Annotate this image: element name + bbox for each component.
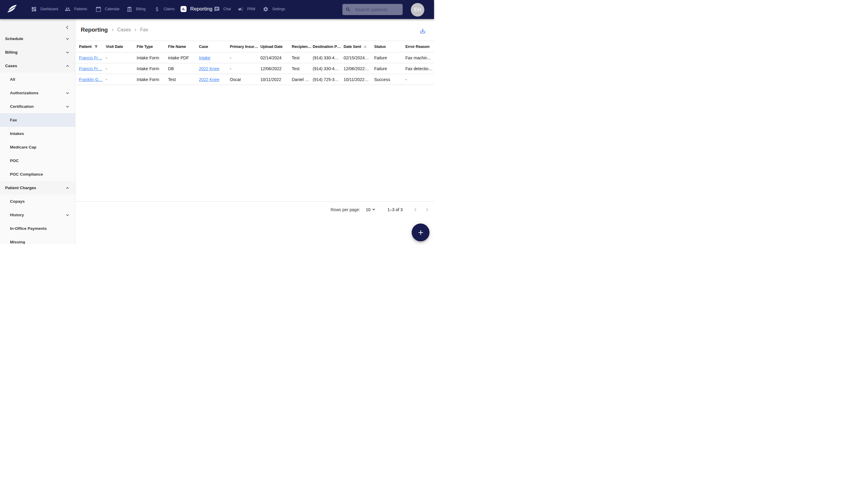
sidebar-group-patient-charges: Copays History In-Office Payments Missin… <box>0 195 75 244</box>
cell-destination: (914) 330-4… <box>313 53 344 63</box>
cell-primary-insurance: - <box>230 63 261 74</box>
cell-destination: (914) 330-4… <box>313 63 344 74</box>
sidebar-collapse-button[interactable] <box>64 24 71 31</box>
sidebar-collapse-row <box>0 19 75 32</box>
column-header-date-sent[interactable]: Date Sent <box>344 41 374 53</box>
dropdown-caret-icon <box>372 208 375 211</box>
sidebar-item-cases[interactable]: Cases <box>0 59 75 73</box>
sidebar-item-label: Intakes <box>0 131 24 136</box>
nav-item-claims[interactable]: Claims <box>154 0 175 18</box>
chevron-right-icon <box>424 206 431 213</box>
sidebar-item-in-office-payments[interactable]: In-Office Payments <box>0 222 75 235</box>
next-page-button[interactable] <box>424 206 431 213</box>
column-header-patient[interactable]: Patient <box>79 41 106 53</box>
nav-item-billing[interactable]: Billing <box>127 0 146 18</box>
nav-item-reporting[interactable]: Reporting <box>181 0 213 18</box>
nav-item-patients[interactable]: Patients <box>65 0 87 18</box>
nav-item-dashboard[interactable]: Dashboard <box>31 0 58 18</box>
cell-case: 2022 Knee <box>199 74 230 85</box>
download-button[interactable] <box>420 28 426 34</box>
nav-item-label: Settings <box>272 7 285 11</box>
patient-link[interactable]: Francis Fr… <box>79 56 102 60</box>
case-link[interactable]: 2022 Knee <box>199 77 219 82</box>
cell-recipient: Daniel … <box>292 74 313 85</box>
app-logo-icon <box>7 4 17 13</box>
sidebar-item-poc[interactable]: POC <box>0 154 75 167</box>
column-header-visit-date[interactable]: Visit Date <box>106 41 137 53</box>
column-header-error-reason[interactable]: Error Reason <box>405 41 434 53</box>
rows-per-page-value: 10 <box>366 207 371 212</box>
search-input[interactable] <box>355 7 400 12</box>
patient-link[interactable]: Francis Fr… <box>79 66 102 71</box>
filter-icon[interactable] <box>94 44 98 49</box>
sidebar-item-certification[interactable]: Certification <box>0 100 75 113</box>
column-header-file-name[interactable]: File Name <box>168 41 199 53</box>
column-header-file-type[interactable]: File Type <box>137 41 168 53</box>
sidebar-item-intakes[interactable]: Intakes <box>0 127 75 140</box>
billing-icon <box>127 6 132 12</box>
reporting-icon <box>181 6 187 12</box>
cell-status: Success <box>374 74 406 85</box>
chevron-down-icon <box>65 50 70 55</box>
sort-desc-icon[interactable] <box>363 44 367 49</box>
cell-status: Failure <box>374 63 406 74</box>
chevron-up-icon <box>65 185 70 191</box>
sidebar-item-missing[interactable]: Missing <box>0 235 75 244</box>
sidebar-group-top: Schedule Billing Cases <box>0 32 75 73</box>
case-link[interactable]: 2022 Knee <box>199 66 219 71</box>
column-header-case[interactable]: Case <box>199 41 230 53</box>
rows-per-page-select[interactable]: 10 <box>366 207 375 212</box>
cell-visit-date: - <box>106 74 137 85</box>
cell-upload-date: 10/11/2022 <box>260 74 292 85</box>
nav-item-label: Billing <box>136 7 146 11</box>
chat-icon <box>214 6 220 12</box>
cell-case: Intake <box>199 53 230 63</box>
column-header-status[interactable]: Status <box>374 41 406 53</box>
sidebar-item-billing[interactable]: Billing <box>0 45 75 59</box>
cell-recipient: Test <box>292 63 313 74</box>
plus-icon <box>417 229 425 236</box>
cell-primary-insurance: - <box>230 53 261 63</box>
patient-link[interactable]: Franklin G… <box>79 77 103 82</box>
settings-icon <box>263 6 269 12</box>
column-header-upload-date[interactable]: Upload Date <box>260 41 292 53</box>
sidebar-item-copays[interactable]: Copays <box>0 195 75 208</box>
chevron-right-icon <box>110 27 115 33</box>
chevron-down-icon <box>65 90 70 96</box>
column-header-destination[interactable]: Destination P… <box>313 41 344 53</box>
cell-status: Failure <box>374 53 406 63</box>
column-header-recipient[interactable]: Recipien… <box>292 41 313 53</box>
sidebar-item-label: Billing <box>0 50 18 55</box>
sidebar-item-authorizations[interactable]: Authorizations <box>0 86 75 100</box>
cell-visit-date: - <box>106 53 137 63</box>
column-header-primary-insurance[interactable]: Primary Insur… <box>230 41 261 53</box>
cell-error-reason: - <box>405 74 434 85</box>
sidebar-item-label: Schedule <box>0 36 23 41</box>
sidebar-group-patient-charges-header: Patient Charges <box>0 181 75 195</box>
top-navbar: Dashboard Patients Calendar Billing Clai… <box>0 0 434 19</box>
sidebar-group-cases: All Authorizations Certification Fax Int… <box>0 73 75 181</box>
nav-item-prm[interactable]: PRM <box>238 0 255 18</box>
nav-item-calendar[interactable]: Calendar <box>96 0 120 18</box>
sidebar-item-history[interactable]: History <box>0 208 75 222</box>
sidebar-item-fax[interactable]: Fax <box>0 113 75 127</box>
sidebar-item-schedule[interactable]: Schedule <box>0 32 75 45</box>
sidebar-item-medicare-cap[interactable]: Medicare Cap <box>0 140 75 154</box>
table-row: Franklin G… - Intake Form Test 2022 Knee… <box>76 74 434 85</box>
nav-item-settings[interactable]: Settings <box>263 0 285 18</box>
nav-item-label: PRM <box>247 7 255 11</box>
avatar[interactable]: EH <box>411 3 424 17</box>
nav-item-chat[interactable]: Chat <box>214 0 231 18</box>
cell-recipient: Test <box>292 53 313 63</box>
chevron-up-icon <box>65 63 70 69</box>
add-button[interactable] <box>412 224 430 241</box>
sidebar-item-label: Missing <box>0 240 25 244</box>
breadcrumb-cases[interactable]: Cases <box>117 27 131 33</box>
previous-page-button[interactable] <box>412 206 419 213</box>
rows-per-page-label: Rows per page: <box>331 207 360 212</box>
case-link[interactable]: Intake <box>199 56 210 60</box>
sidebar-item-patient-charges[interactable]: Patient Charges <box>0 181 75 195</box>
sidebar-item-all[interactable]: All <box>0 73 75 86</box>
sidebar-item-label: POC Compliance <box>0 172 43 176</box>
sidebar-item-poc-compliance[interactable]: POC Compliance <box>0 167 75 181</box>
